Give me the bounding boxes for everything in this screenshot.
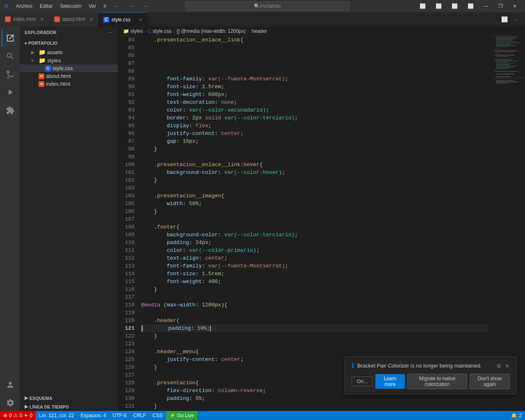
style-css-file[interactable]: C style.css bbox=[20, 64, 118, 72]
nav-buttons: ← → bbox=[126, 2, 151, 11]
index-html-label: index.html bbox=[46, 81, 70, 87]
svg-rect-0 bbox=[493, 36, 525, 405]
about-html-label: about.html bbox=[46, 73, 71, 79]
notification-learn-more-button[interactable]: Learn more bbox=[375, 374, 405, 389]
explorer-icon[interactable] bbox=[2, 30, 18, 46]
esquema-section[interactable]: ▶ ESQUEMA bbox=[20, 394, 118, 402]
run-debug-icon[interactable] bbox=[2, 84, 18, 100]
code-line-123 bbox=[141, 340, 489, 348]
svg-rect-34 bbox=[494, 84, 498, 84]
menu-bar: Archivo Editar Selección Ver Ir ··· bbox=[13, 2, 121, 10]
layout-btn-4[interactable]: ⬜ bbox=[463, 2, 479, 11]
titlebar: ✕ Archivo Editar Selección Ver Ir ··· ← … bbox=[0, 0, 525, 12]
spaces-text: Espacios: 4 bbox=[80, 413, 106, 418]
code-content[interactable]: .presentacion__enlace__link{ font-family… bbox=[138, 36, 492, 411]
svg-rect-18 bbox=[496, 61, 518, 61]
tab-about-html[interactable]: H about.html × bbox=[49, 12, 98, 27]
warning-count: 0 bbox=[20, 413, 23, 418]
split-editor-button[interactable]: ⬜ bbox=[499, 16, 511, 23]
more-tabs-button[interactable]: ··· bbox=[512, 16, 522, 23]
svg-rect-9 bbox=[496, 46, 508, 47]
layout-btn-1[interactable]: ⬜ bbox=[415, 2, 431, 11]
tab-style-css[interactable]: C style.css × bbox=[98, 12, 148, 27]
svg-rect-33 bbox=[496, 83, 508, 83]
status-golive[interactable]: ⚡ Go Live bbox=[166, 411, 197, 420]
nav-back-button[interactable]: ← bbox=[126, 2, 138, 11]
folder-icon-assets: 📁 bbox=[39, 49, 46, 55]
language-text: CSS bbox=[153, 413, 163, 418]
linea-tiempo-arrow: ▶ bbox=[25, 404, 28, 409]
svg-rect-6 bbox=[496, 43, 520, 43]
tab-close-style[interactable]: × bbox=[139, 16, 142, 23]
menu-archivo[interactable]: Archivo bbox=[13, 2, 36, 10]
tab-close-index[interactable]: × bbox=[41, 16, 44, 23]
code-line-113: font-family: var(--fuente-Montserrat); bbox=[141, 262, 489, 270]
bc-media[interactable]: {} @media (max-width: 1200px) bbox=[176, 28, 245, 34]
code-line-114: font-size: 1.5rem; bbox=[141, 270, 489, 278]
notification-migrate-button[interactable]: Migrate to native colorization bbox=[407, 374, 467, 389]
menu-ver[interactable]: Ver bbox=[85, 2, 99, 10]
menu-editar[interactable]: Editar bbox=[37, 2, 56, 10]
account-icon[interactable] bbox=[2, 377, 18, 393]
status-position[interactable]: Lín. 121, col. 22 bbox=[36, 411, 77, 420]
code-line-117 bbox=[141, 293, 489, 301]
tab-index-html[interactable]: H index.html × bbox=[0, 12, 49, 27]
maximize-button[interactable]: ❐ bbox=[493, 2, 508, 11]
global-search[interactable]: 🔍 Portafolio bbox=[185, 2, 349, 11]
assets-folder[interactable]: ▶ 📁 assets bbox=[20, 48, 118, 56]
bc-header[interactable]: .header bbox=[251, 28, 267, 34]
html-file-icon-about: H bbox=[39, 73, 44, 79]
menu-ir[interactable]: Ir bbox=[100, 2, 110, 10]
svg-rect-5 bbox=[496, 41, 518, 42]
svg-rect-1 bbox=[494, 36, 519, 37]
status-spaces[interactable]: Espacios: 4 bbox=[77, 411, 109, 420]
status-errors[interactable]: ⊗ 0 ⚠ 0 ✦ 0 bbox=[0, 411, 36, 420]
project-section[interactable]: ▾ PORTAFOLIO bbox=[20, 38, 118, 46]
svg-rect-27 bbox=[496, 74, 514, 74]
code-editor[interactable]: 84 85 86 87 88 89 90 91 92 93 94 95 96 9… bbox=[118, 36, 525, 411]
status-right: 🔔 2 bbox=[508, 411, 525, 420]
esquema-label: ESQUEMA bbox=[30, 396, 52, 401]
nav-forward-button[interactable]: → bbox=[139, 2, 151, 11]
about-html-file[interactable]: H about.html bbox=[20, 72, 118, 80]
code-line-92: text-decoration: none; bbox=[141, 98, 489, 106]
minimize-button[interactable]: — bbox=[479, 2, 493, 11]
status-line-ending[interactable]: CRLF bbox=[130, 411, 149, 420]
menu-more[interactable]: ··· bbox=[111, 2, 121, 10]
position-text: Lín. 121, col. 22 bbox=[39, 413, 74, 418]
bc-styles[interactable]: 📁 styles bbox=[123, 28, 143, 34]
close-button[interactable]: ✕ bbox=[508, 2, 522, 11]
extensions-icon[interactable] bbox=[2, 102, 18, 119]
code-line-95: display: flex; bbox=[141, 122, 489, 130]
bc-styles-text: styles bbox=[130, 28, 143, 34]
source-control-icon[interactable] bbox=[2, 66, 18, 82]
code-line-131: } bbox=[141, 402, 489, 410]
index-html-file[interactable]: H index.html bbox=[20, 80, 118, 88]
code-line-124: .header__menu{ bbox=[141, 348, 489, 356]
layout-btn-3[interactable]: ⬜ bbox=[447, 2, 463, 11]
svg-rect-7 bbox=[496, 44, 510, 44]
bc-style-css[interactable]: C style.css bbox=[148, 28, 172, 34]
notification-original-button[interactable]: Ori... bbox=[352, 377, 373, 386]
search-icon: 🔍 bbox=[254, 3, 260, 9]
bc-style-css-text: style.css bbox=[153, 28, 171, 34]
search-icon[interactable] bbox=[2, 48, 18, 64]
tab-label-about: about.html bbox=[62, 16, 85, 22]
notification-dont-show-button[interactable]: Don't show again bbox=[470, 374, 510, 389]
settings-icon[interactable] bbox=[2, 395, 18, 411]
svg-rect-3 bbox=[496, 39, 514, 39]
layout-btn-2[interactable]: ⬜ bbox=[431, 2, 447, 11]
activity-bar bbox=[0, 27, 20, 411]
menu-seleccion[interactable]: Selección bbox=[57, 2, 84, 10]
linea-tiempo-section[interactable]: ▶ LÍNEA DE TIEMPO bbox=[20, 402, 118, 411]
tab-close-about[interactable]: × bbox=[90, 16, 93, 23]
notification-gear-icon[interactable]: ⚙ bbox=[496, 363, 502, 369]
status-notifications[interactable]: 🔔 2 bbox=[508, 411, 525, 420]
code-line-98: } bbox=[141, 145, 489, 153]
notification-close-button[interactable]: ✕ bbox=[505, 363, 510, 369]
styles-folder[interactable]: ▾ 📁 styles bbox=[20, 56, 118, 64]
bc-media-text: {} @media (max-width: 1200px) bbox=[176, 28, 245, 34]
status-encoding[interactable]: UTF-8 bbox=[110, 411, 130, 420]
status-language[interactable]: CSS bbox=[149, 411, 166, 420]
explorer-more-button[interactable]: ··· bbox=[109, 30, 113, 35]
